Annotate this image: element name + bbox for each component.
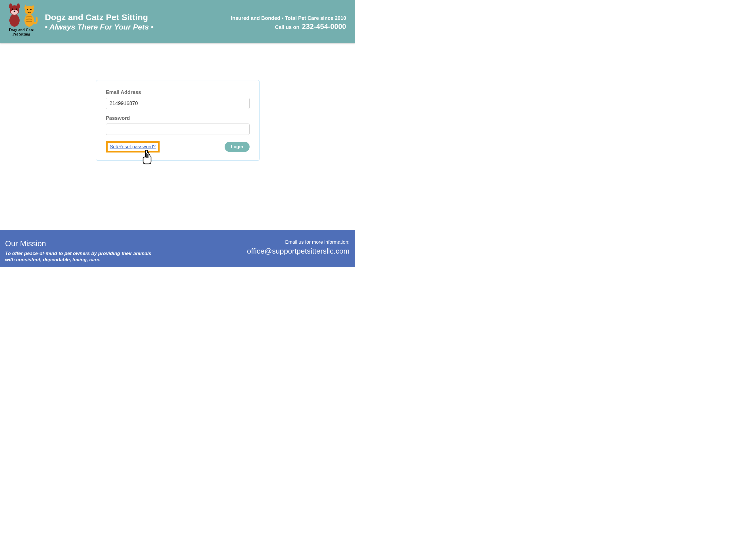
svg-point-2 [9, 3, 12, 9]
brand-text: Dogz and Catz Pet Sitting • Always There… [45, 3, 154, 32]
phone-number: 232-454-0000 [302, 22, 346, 30]
login-footer: Set/Reset password? Login [106, 141, 250, 152]
reset-link-highlight: Set/Reset password? [106, 141, 160, 152]
reset-password-link[interactable]: Set/Reset password? [110, 144, 156, 149]
svg-point-12 [27, 9, 28, 10]
svg-point-8 [24, 14, 34, 27]
svg-point-0 [9, 14, 20, 27]
password-label: Password [106, 115, 250, 121]
svg-point-13 [30, 9, 32, 10]
svg-point-6 [16, 9, 17, 10]
page-header: Dogs and Catz Pet Sitting Dogz and Catz … [0, 0, 355, 43]
email-group: Email Address [106, 89, 250, 109]
svg-point-5 [12, 9, 14, 10]
svg-point-3 [16, 3, 20, 9]
footer-right: Email us for more information: office@su… [247, 239, 350, 267]
mission-title: Our Mission [5, 239, 153, 248]
call-prefix: Call us on [275, 24, 301, 30]
header-left: Dogs and Catz Pet Sitting Dogz and Catz … [4, 3, 154, 37]
logo: Dogs and Catz Pet Sitting [4, 3, 39, 37]
logo-text-line1: Dogs and Catz [9, 28, 34, 32]
header-right: Insured and Bonded • Total Pet Care sinc… [231, 3, 346, 31]
header-call-line: Call us on 232-454-0000 [231, 22, 346, 31]
logo-icon [4, 3, 38, 28]
svg-point-7 [14, 11, 15, 12]
login-button[interactable]: Login [225, 142, 250, 152]
password-group: Password [106, 115, 250, 135]
brand-tagline: • Always There For Your Pets • [45, 23, 154, 32]
header-info-line: Insured and Bonded • Total Pet Care sinc… [231, 15, 346, 21]
main-content: Email Address Password Set/Reset passwor… [0, 43, 355, 161]
mission-text: To offer peace-of-mind to pet owners by … [5, 250, 153, 263]
password-input[interactable] [106, 124, 250, 135]
login-card: Email Address Password Set/Reset passwor… [96, 80, 260, 161]
brand-name: Dogz and Catz Pet Sitting [45, 12, 154, 22]
svg-point-4 [11, 10, 18, 15]
page-footer: Our Mission To offer peace-of-mind to pe… [0, 230, 355, 267]
logo-text-line2: Pet Sitting [9, 32, 34, 36]
logo-text: Dogs and Catz Pet Sitting [9, 28, 34, 37]
email-label: Email Address [106, 89, 250, 95]
email-cta: Email us for more information: [247, 239, 350, 245]
email-input[interactable] [106, 98, 250, 109]
footer-left: Our Mission To offer peace-of-mind to pe… [5, 239, 153, 267]
footer-email: office@supportpetsittersllc.com [247, 247, 350, 256]
cursor-icon [141, 150, 153, 165]
